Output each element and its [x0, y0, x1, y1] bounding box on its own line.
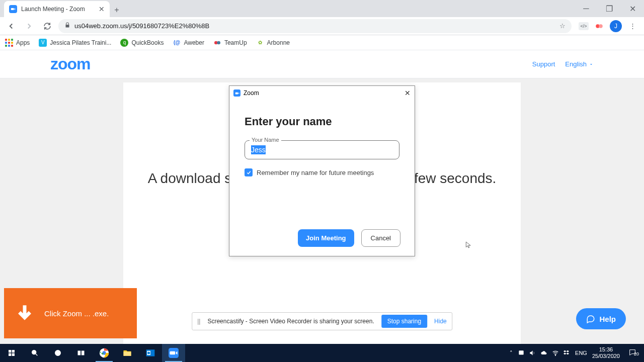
apps-button[interactable]: Apps	[5, 39, 30, 47]
bookmark-item[interactable]: (@Aweber	[173, 39, 204, 47]
dialog-heading: Enter your name	[245, 115, 399, 128]
close-window-button[interactable]: ✕	[621, 0, 644, 17]
remember-label: Remember my name for future meetings	[257, 169, 374, 176]
zoom-favicon-icon	[9, 5, 17, 13]
dialog-titlebar: Zoom ✕	[229, 86, 415, 100]
chat-icon	[586, 314, 595, 323]
tab-title: Launch Meeting - Zoom	[21, 6, 85, 13]
bookmark-item[interactable]: TeamUp	[213, 39, 247, 47]
tray-icon[interactable]	[518, 349, 525, 356]
page-header: zoom Support English	[0, 50, 644, 78]
help-button[interactable]: Help	[576, 308, 626, 329]
svg-point-3	[217, 41, 220, 44]
svg-point-8	[32, 350, 36, 354]
svg-rect-11	[82, 351, 84, 355]
download-banner[interactable]: Click Zoom ... .exe.	[4, 288, 137, 338]
forward-button[interactable]	[22, 19, 36, 33]
cortana-button[interactable]	[46, 344, 69, 362]
pause-icon[interactable]: ||	[197, 318, 200, 325]
join-meeting-button[interactable]: Join Meeting	[298, 229, 354, 247]
onedrive-icon[interactable]	[540, 350, 548, 356]
reload-button[interactable]	[40, 19, 54, 33]
taskbar-chrome[interactable]	[93, 344, 116, 362]
lock-icon	[64, 22, 70, 30]
cancel-button[interactable]: Cancel	[361, 229, 400, 247]
url-text: us04web.zoom.us/j/5091680723%E2%80%8B	[74, 22, 209, 30]
task-view-button[interactable]	[69, 344, 93, 362]
address-bar: us04web.zoom.us/j/5091680723%E2%80%8B ☆ …	[0, 17, 644, 35]
zoom-logo[interactable]: zoom	[50, 55, 91, 73]
svg-rect-5	[12, 350, 15, 352]
tray-chevron-icon[interactable]: ˄	[510, 350, 513, 356]
window-controls: ─ ❐ ✕	[575, 0, 644, 17]
chrome-tab-strip: Launch Meeting - Zoom ✕ + ─ ❐ ✕	[0, 0, 644, 17]
start-button[interactable]	[0, 344, 23, 362]
dropbox-icon[interactable]	[563, 349, 570, 356]
extension-icon[interactable]	[595, 22, 604, 31]
bookmark-item[interactable]: qQuickBooks	[120, 39, 164, 47]
svg-point-9	[55, 350, 61, 356]
stop-sharing-button[interactable]: Stop sharing	[381, 315, 427, 328]
system-tray[interactable]	[518, 349, 570, 356]
maximize-button[interactable]: ❐	[598, 0, 621, 17]
bookmark-item[interactable]: VJessica Pilates Traini...	[39, 39, 111, 47]
minimize-button[interactable]: ─	[575, 0, 598, 17]
star-icon[interactable]: ☆	[559, 22, 566, 30]
taskbar-zoom[interactable]	[162, 344, 185, 362]
back-button[interactable]	[4, 19, 18, 33]
svg-rect-19	[519, 350, 523, 354]
support-link[interactable]: Support	[532, 60, 555, 68]
bookmarks-bar: Apps VJessica Pilates Traini... qQuickBo…	[0, 35, 644, 50]
language-selector[interactable]: English	[565, 60, 594, 68]
notifications-button[interactable]: 20	[625, 348, 640, 357]
svg-rect-10	[78, 351, 80, 355]
download-banner-text: Click Zoom ... .exe.	[44, 309, 109, 318]
remember-name-row[interactable]: Remember my name for future meetings	[245, 168, 399, 176]
share-message: Screencastify - Screen Video Recorder is…	[207, 318, 374, 325]
download-arrow-icon	[14, 303, 35, 324]
taskbar-clock[interactable]: 15:36 25/03/2020	[592, 346, 620, 359]
name-field-label: Your Name	[250, 137, 281, 143]
volume-icon[interactable]	[529, 349, 536, 356]
extension-icon[interactable]: </>	[579, 22, 589, 30]
screen-share-bar: || Screencastify - Screen Video Recorder…	[192, 312, 452, 330]
wifi-icon[interactable]	[552, 349, 559, 356]
hide-share-bar[interactable]: Hide	[434, 318, 447, 325]
name-input[interactable]: Jess	[245, 140, 399, 159]
browser-tab[interactable]: Launch Meeting - Zoom ✕	[4, 1, 110, 17]
svg-point-17	[147, 352, 150, 354]
svg-rect-4	[9, 350, 11, 352]
tab-close-icon[interactable]: ✕	[99, 5, 105, 13]
name-entry-dialog: Zoom ✕ Enter your name Your Name Jess Re…	[229, 85, 415, 256]
profile-avatar[interactable]: J	[610, 20, 622, 32]
chrome-menu-icon[interactable]: ⋮	[628, 22, 637, 31]
taskbar-outlook[interactable]	[139, 344, 162, 362]
svg-rect-14	[124, 352, 131, 356]
language-indicator[interactable]: ENG	[575, 350, 587, 356]
search-button[interactable]	[23, 344, 46, 362]
apps-grid-icon	[5, 39, 13, 47]
dialog-title-text: Zoom	[244, 89, 259, 97]
remember-checkbox[interactable]	[245, 168, 253, 176]
svg-rect-6	[9, 353, 11, 356]
windows-taskbar: ˄ ENG 15:36 25/03/2020 20	[0, 344, 644, 362]
svg-point-20	[555, 355, 556, 355]
svg-point-1	[599, 24, 603, 28]
chevron-down-icon	[589, 62, 594, 67]
omnibox[interactable]: us04web.zoom.us/j/5091680723%E2%80%8B ☆	[58, 19, 572, 33]
new-tab-button[interactable]: +	[110, 3, 124, 17]
dialog-close-button[interactable]: ✕	[405, 89, 411, 97]
taskbar-explorer[interactable]	[116, 344, 139, 362]
zoom-app-icon	[233, 89, 240, 97]
svg-rect-7	[12, 353, 15, 356]
bookmark-item[interactable]: ✿Arbonne	[256, 39, 290, 47]
